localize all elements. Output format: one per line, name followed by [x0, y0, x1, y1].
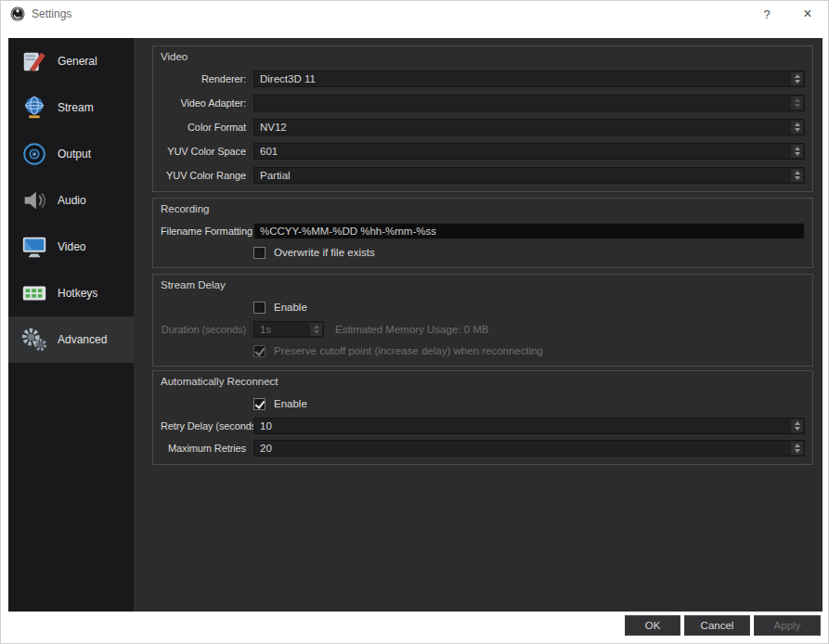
ok-button[interactable]: OK: [625, 615, 680, 636]
dialog-buttons: OK Cancel Apply: [625, 615, 821, 636]
sidebar-item-label: General: [58, 55, 97, 68]
color-format-select[interactable]: NV12: [253, 119, 805, 135]
cancel-button[interactable]: Cancel: [684, 615, 750, 636]
estimated-memory-label: Estimated Memory Usage: 0 MB: [335, 324, 489, 335]
sidebar-item-audio[interactable]: Audio: [8, 177, 134, 224]
stream-icon: [20, 94, 48, 122]
yuv-color-space-select[interactable]: 601: [253, 143, 805, 160]
renderer-select[interactable]: Direct3D 11: [253, 71, 805, 87]
sidebar-item-hotkeys[interactable]: Hotkeys: [8, 270, 134, 316]
settings-nav: General Stream Output Audio Video Hotkey…: [8, 38, 134, 612]
sidebar-item-general[interactable]: General: [8, 38, 134, 84]
sidebar-item-label: Output: [58, 148, 91, 161]
group-title: Video: [161, 50, 805, 63]
group-title: Stream Delay: [161, 278, 805, 291]
output-icon: [20, 140, 48, 168]
close-button[interactable]: ×: [787, 1, 828, 27]
maximum-retries-spinbox[interactable]: 20: [253, 440, 805, 457]
advanced-icon: [20, 326, 48, 354]
sidebar-item-video[interactable]: Video: [8, 224, 134, 270]
apply-button[interactable]: Apply: [754, 615, 821, 636]
preserve-cutoff-label: Preserve cutoff point (increase delay) w…: [274, 345, 543, 356]
combo-arrows-icon[interactable]: [791, 97, 803, 109]
duration-label: Duration (seconds): [161, 324, 253, 335]
sidebar-item-label: Stream: [58, 101, 94, 114]
duration-spinbox[interactable]: 1s: [253, 321, 324, 338]
maximum-retries-label: Maximum Retries: [161, 443, 253, 454]
recording-group: Recording Filename Formatting Overwrite …: [152, 198, 813, 268]
sidebar-item-label: Advanced: [58, 333, 107, 346]
video-adapter-label: Video Adapter:: [161, 97, 253, 109]
window-title: Settings: [32, 7, 71, 20]
stream-delay-enable-checkbox[interactable]: [253, 302, 266, 314]
general-icon: [20, 47, 48, 75]
filename-formatting-label: Filename Formatting: [161, 225, 253, 237]
video-adapter-select[interactable]: [253, 95, 805, 111]
group-title: Recording: [161, 202, 805, 215]
sidebar-item-stream[interactable]: Stream: [8, 84, 134, 131]
group-title: Automatically Reconnect: [161, 375, 805, 388]
combo-arrows-icon[interactable]: [791, 72, 803, 85]
renderer-label: Renderer:: [161, 73, 253, 84]
stream-delay-group: Stream Delay Enable Duration (seconds) 1…: [152, 274, 813, 367]
color-format-label: Color Format: [161, 122, 253, 133]
spinner-arrows-icon[interactable]: [791, 419, 803, 432]
sidebar-item-label: Audio: [58, 194, 86, 207]
overwrite-checkbox-label: Overwrite if file exists: [274, 247, 375, 258]
video-icon: [20, 233, 48, 261]
audio-icon: [20, 187, 48, 214]
combo-arrows-icon[interactable]: [791, 121, 803, 134]
reconnect-enable-label: Enable: [274, 398, 307, 409]
sidebar-item-output[interactable]: Output: [8, 131, 134, 177]
combo-arrows-icon[interactable]: [791, 169, 803, 182]
stream-delay-enable-label: Enable: [274, 302, 307, 313]
combo-arrows-icon[interactable]: [791, 145, 803, 158]
preserve-cutoff-checkbox[interactable]: [253, 345, 266, 357]
sidebar-item-label: Hotkeys: [58, 287, 97, 300]
titlebar: Settings ? ×: [1, 1, 828, 27]
spinner-arrows-icon[interactable]: [310, 323, 322, 336]
sidebar-item-label: Video: [58, 240, 85, 253]
overwrite-checkbox[interactable]: [253, 247, 266, 259]
yuv-color-space-label: YUV Color Space: [161, 146, 253, 157]
obs-logo-icon: [10, 6, 25, 21]
hotkeys-icon: [20, 279, 48, 307]
video-group: Video Renderer: Direct3D 11 Video Adapte…: [152, 45, 813, 192]
retry-delay-label: Retry Delay (seconds): [161, 420, 253, 431]
advanced-settings-pane: Video Renderer: Direct3D 11 Video Adapte…: [134, 38, 823, 612]
sidebar-item-advanced[interactable]: Advanced: [8, 316, 134, 363]
retry-delay-spinbox[interactable]: 10: [253, 418, 805, 434]
yuv-color-range-select[interactable]: Partial: [253, 167, 805, 184]
help-button[interactable]: ?: [746, 1, 787, 27]
filename-format-input[interactable]: [253, 223, 805, 239]
auto-reconnect-group: Automatically Reconnect Enable Retry Del…: [152, 370, 813, 465]
reconnect-enable-checkbox[interactable]: [253, 398, 266, 410]
titlebar-buttons: ? ×: [746, 1, 828, 27]
spinner-arrows-icon[interactable]: [791, 442, 803, 455]
yuv-color-range-label: YUV Color Range: [161, 170, 253, 181]
